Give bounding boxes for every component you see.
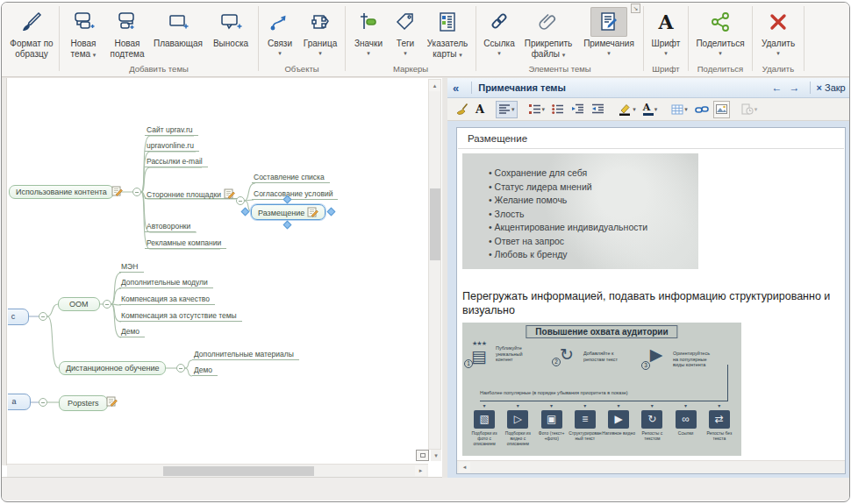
collapse-icon[interactable]: [176, 364, 185, 373]
content-type-label: Фото (текст+ +фото): [535, 430, 569, 441]
topic-platforms[interactable]: Сторонние площадки: [145, 188, 240, 199]
topic-popsters[interactable]: Popsters: [59, 395, 108, 411]
new-topic-button[interactable]: Новая тема ▾: [62, 4, 104, 60]
horizontal-scroll-thumb[interactable]: [163, 466, 314, 476]
topic-funnels[interactable]: Автоворонки: [145, 222, 196, 232]
attach-files-button[interactable]: Прикрепить файлы ▾: [519, 4, 577, 60]
callout-button[interactable]: Выноска: [206, 4, 255, 49]
new-topic-icon: [65, 7, 102, 37]
topic-comp-absence[interactable]: Компенсация за отсутствие темы: [119, 311, 242, 322]
font-dialog-icon[interactable]: A: [473, 101, 487, 118]
dialog-launcher-icon[interactable]: ↘: [631, 4, 640, 13]
highlight-icon[interactable]: ▾: [616, 101, 639, 118]
notes-horizontal-scrollbar[interactable]: ◂: [457, 460, 845, 473]
table-icon[interactable]: ▾: [669, 101, 690, 118]
topic-distance[interactable]: Дистанционное обучение: [59, 361, 166, 375]
canvas-vertical-scrollbar[interactable]: ▴: [428, 79, 441, 450]
header-divider: [810, 82, 811, 94]
collapse-icon[interactable]: [236, 196, 245, 205]
new-subtopic-button[interactable]: Новая подтема: [104, 4, 150, 59]
numbered-list-icon[interactable]: ▾: [526, 101, 548, 118]
button-label: Удалить: [762, 39, 795, 49]
collapse-icon[interactable]: [132, 188, 141, 196]
topic-terms[interactable]: Согласование условий: [252, 189, 338, 200]
tags-button[interactable]: Теги ▾: [389, 4, 422, 56]
topic-materials[interactable]: Дополнительные материалы: [192, 350, 299, 360]
link-button[interactable]: Ссылка ▾: [479, 4, 519, 56]
font-button[interactable]: A Шрифт ▾: [647, 4, 685, 56]
scroll-left-icon[interactable]: ◂: [459, 462, 470, 472]
canvas-horizontal-scrollbar[interactable]: ▸: [7, 464, 428, 477]
font-color-icon[interactable]: A▾: [640, 101, 661, 118]
ribbon-group-objects: Связи ▾ Граница ▾ Объекты: [260, 3, 344, 76]
close-button-label[interactable]: Закрыть: [825, 82, 846, 93]
topic-upravonline[interactable]: upravonline.ru: [145, 141, 199, 152]
ribbon-group-font: A Шрифт ▾ Шрифт: [645, 3, 687, 76]
collapse-panel-icon[interactable]: «: [453, 82, 459, 95]
group-label: Маркеры: [348, 63, 473, 76]
topic-stub-1[interactable]: с: [8, 309, 29, 325]
bullet-list-icon[interactable]: [549, 101, 567, 118]
topic-label: Popsters: [68, 399, 99, 408]
topic-label: ООМ: [69, 300, 89, 309]
topic-men[interactable]: МЭН: [119, 262, 144, 273]
note-icon[interactable]: [224, 188, 235, 199]
topic-stub-2[interactable]: а: [8, 394, 31, 410]
boundary-button[interactable]: Граница ▾: [298, 4, 342, 56]
slide-bullet: Акцентирование индивидуальности: [489, 221, 647, 235]
note-icon[interactable]: [106, 396, 118, 407]
collapse-icon[interactable]: [103, 300, 111, 309]
group-label: Шрифт: [647, 63, 685, 76]
delete-button[interactable]: Удалить ▾: [755, 4, 801, 56]
map-overview-button[interactable]: [416, 450, 429, 461]
align-icon[interactable]: ▾: [496, 101, 518, 118]
outdent-icon[interactable]: [569, 101, 587, 118]
topic-listing[interactable]: Составление списка: [252, 173, 330, 183]
topic-comp-quality[interactable]: Компенсация за качество: [119, 295, 215, 305]
topic-ads[interactable]: Рекламные компании: [145, 238, 226, 249]
collapse-icon[interactable]: [39, 312, 47, 321]
scroll-up-icon[interactable]: ▴: [429, 80, 440, 91]
note-icon[interactable]: [111, 186, 123, 196]
vertical-scroll-thumb[interactable]: [430, 188, 440, 260]
photo-text-icon: ▣: [541, 410, 562, 429]
topic-email[interactable]: Рассылки e-mail: [145, 157, 208, 167]
insert-image-icon[interactable]: [713, 101, 730, 118]
content-type-label: Нативное видео: [602, 430, 635, 436]
note-image-bullets[interactable]: Сохранение для себя Статус лидера мнений…: [462, 153, 698, 269]
format-brush-icon[interactable]: [453, 101, 471, 118]
indent-icon[interactable]: [589, 101, 607, 118]
format-painter-button[interactable]: Формат по образцу: [7, 4, 56, 59]
topic-site[interactable]: Сайт uprav.ru: [145, 125, 198, 136]
note-editor[interactable]: Размещение Сохранение для себя Статус ли…: [456, 127, 846, 474]
forward-icon[interactable]: →: [790, 82, 800, 94]
relationships-button[interactable]: Связи ▾: [261, 4, 298, 56]
topic-demo-1[interactable]: Демо: [119, 327, 145, 337]
back-icon[interactable]: ←: [772, 82, 783, 94]
topic-oom[interactable]: ООМ: [58, 297, 100, 311]
close-icon[interactable]: ×: [817, 82, 822, 93]
topic-modules[interactable]: Дополнительные модули: [119, 278, 213, 288]
topic-usage[interactable]: Использование контента: [9, 185, 114, 199]
scroll-down-icon[interactable]: ▾: [431, 450, 441, 461]
map-index-button[interactable]: Указатель карты ▾: [422, 4, 473, 60]
dropdown-caret-icon: ▾: [719, 50, 722, 56]
share-button[interactable]: Поделиться ▾: [691, 4, 749, 56]
content-type-label: Репосты с текстом: [635, 430, 669, 441]
map-canvas[interactable]: Использование контента Сайт uprav.ru upr…: [8, 78, 428, 464]
topic-demo-2[interactable]: Демо: [192, 366, 218, 376]
note-image-infographic[interactable]: Повышение охвата аудитории ★★★▤1 Публику…: [462, 323, 741, 456]
history-icon[interactable]: ▾: [739, 101, 761, 118]
slide-bullet: Любовь к бренду: [489, 248, 647, 262]
down-arrow-icon: ▾: [684, 403, 687, 409]
insert-link-icon[interactable]: [692, 101, 712, 118]
ribbon: Формат по образцу Новая тема ▾ Новая: [2, 3, 849, 77]
floating-topic-button[interactable]: Плавающая: [150, 4, 206, 49]
collapse-icon[interactable]: [39, 398, 47, 407]
icons-button[interactable]: Значки ▾: [348, 4, 389, 56]
topic-placement-selected[interactable]: Размещение: [251, 204, 325, 220]
scroll-right-icon[interactable]: ▸: [415, 465, 426, 476]
dropdown-caret-icon: ▾: [318, 50, 322, 56]
overview-icon: [420, 453, 426, 458]
note-icon[interactable]: [307, 207, 318, 217]
